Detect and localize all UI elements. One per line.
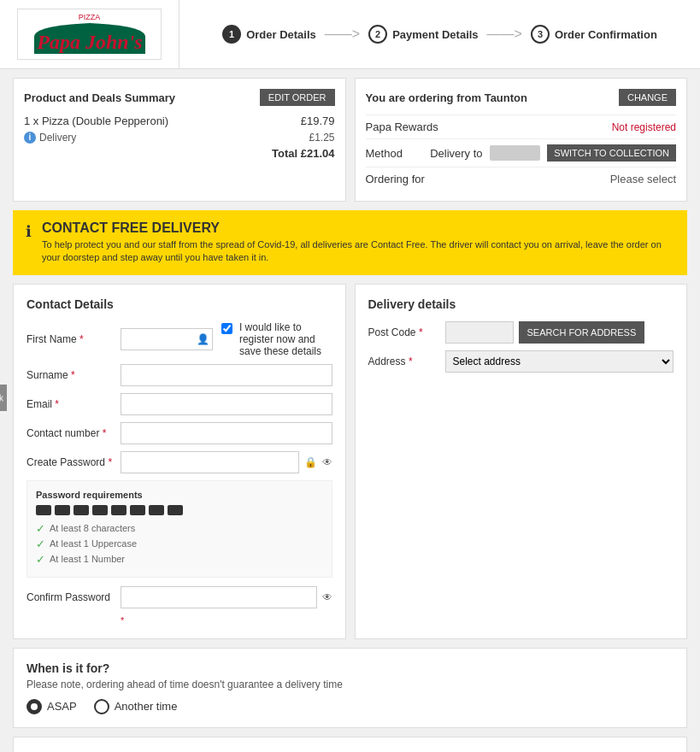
order-item: 1 x Pizza (Double Pepperoni) £19.79 bbox=[24, 115, 335, 127]
confirm-password-required: * bbox=[121, 615, 332, 626]
password-strength-indicator bbox=[36, 505, 323, 515]
register-checkbox-wrapper: I would like to register now and save th… bbox=[221, 321, 332, 357]
step-3: 3 Order Confirmation bbox=[531, 25, 657, 44]
postcode-input[interactable] bbox=[445, 321, 514, 344]
postcode-label: Post Code * bbox=[368, 326, 445, 338]
pwd-block-7 bbox=[149, 505, 164, 515]
logo-pizza-text: PIZZA bbox=[26, 13, 154, 21]
contact-details-title: Contact Details bbox=[26, 297, 332, 311]
email-input[interactable] bbox=[121, 393, 332, 415]
step-3-circle: 3 bbox=[531, 25, 550, 44]
pwd-block-3 bbox=[74, 505, 89, 515]
papa-rewards-row: Papa Rewards Not registered bbox=[366, 115, 677, 138]
asap-option[interactable]: ASAP bbox=[26, 699, 77, 714]
delivery-details-panel: Delivery details Post Code * SEARCH FOR … bbox=[355, 284, 688, 639]
surname-input[interactable] bbox=[121, 364, 332, 386]
pwd-block-2 bbox=[55, 505, 70, 515]
when-note: Please note, ordering ahead of time does… bbox=[26, 679, 674, 690]
first-name-label: First Name * bbox=[26, 333, 121, 345]
contact-free-banner: ℹ CONTACT FREE DELIVERY To help protect … bbox=[13, 210, 687, 275]
confirm-password-row: Confirm Password 👁 bbox=[26, 586, 332, 608]
address-row: Address * Select address bbox=[368, 350, 674, 373]
delivery-details-title: Delivery details bbox=[368, 297, 674, 311]
switch-to-collection-button[interactable]: SWITCH TO COLLECTION bbox=[547, 144, 676, 162]
step-arrow-1: ——> bbox=[325, 26, 360, 42]
steps-bar: 1 Order Details ——> 2 Payment Details ——… bbox=[179, 12, 700, 56]
postcode-row: Post Code * SEARCH FOR ADDRESS bbox=[368, 321, 674, 344]
step-2-circle: 2 bbox=[368, 25, 387, 44]
papa-johns-logo: PIZZA Papa John's bbox=[26, 13, 154, 56]
contact-number-label: Contact number * bbox=[26, 427, 121, 439]
password-input[interactable] bbox=[121, 451, 299, 473]
ordering-from: You are ordering from Taunton CHANGE Pap… bbox=[355, 78, 688, 202]
change-button[interactable]: CHANGE bbox=[619, 89, 676, 106]
check-icon-2: ✓ bbox=[36, 538, 45, 550]
info-circle-icon: ℹ bbox=[26, 222, 32, 241]
when-section: When is it for? Please note, ordering ah… bbox=[13, 648, 687, 728]
contact-free-content: CONTACT FREE DELIVERY To help protect yo… bbox=[42, 220, 674, 265]
address-select[interactable]: Select address bbox=[445, 350, 674, 373]
register-checkbox[interactable] bbox=[221, 323, 232, 334]
asap-radio-dot bbox=[31, 703, 38, 710]
pwd-req-2: ✓ At least 1 Uppercase bbox=[36, 538, 323, 550]
when-title: When is it for? bbox=[26, 661, 674, 675]
password-input-wrapper: 🔒 👁 bbox=[121, 451, 332, 473]
first-name-row: First Name * 👤 I would like to register … bbox=[26, 321, 332, 357]
svg-text:Papa John's: Papa John's bbox=[36, 31, 142, 53]
edit-order-button[interactable]: EDIT ORDER bbox=[260, 89, 335, 106]
time-options-row: ASAP Another time bbox=[26, 699, 674, 714]
step-2-label: Payment Details bbox=[392, 28, 478, 41]
logo-box: PIZZA Papa John's bbox=[17, 9, 162, 60]
pwd-block-8 bbox=[168, 505, 183, 515]
info-icon: i bbox=[24, 132, 36, 144]
pwd-block-6 bbox=[130, 505, 145, 515]
surname-label: Surname * bbox=[26, 369, 121, 381]
feedback-tab[interactable]: Feedback bbox=[0, 385, 7, 411]
ordering-for-row: Ordering for Please select bbox=[366, 167, 677, 191]
email-label: Email * bbox=[26, 398, 121, 410]
contact-free-title: CONTACT FREE DELIVERY bbox=[42, 220, 674, 236]
method-row: Method Delivery to ▓▓▓▓▓ SWITCH TO COLLE… bbox=[366, 138, 677, 167]
pwd-req-1: ✓ At least 8 characters bbox=[36, 522, 323, 535]
surname-row: Surname * bbox=[26, 364, 332, 386]
ordering-from-header: You are ordering from Taunton CHANGE bbox=[366, 89, 677, 106]
marketing-section: After you place your order, you will be … bbox=[13, 737, 687, 752]
step-3-label: Order Confirmation bbox=[555, 28, 657, 41]
logo-svg: Papa John's bbox=[26, 21, 154, 54]
step-1-circle: 1 bbox=[222, 25, 241, 44]
another-time-radio bbox=[94, 699, 109, 714]
confirm-password-input[interactable] bbox=[121, 586, 317, 608]
ordering-from-title: You are ordering from Taunton bbox=[366, 91, 527, 104]
show-password-icon[interactable]: 👁 bbox=[322, 456, 332, 468]
step-arrow-2: ——> bbox=[487, 26, 522, 42]
search-address-button[interactable]: SEARCH FOR ADDRESS bbox=[519, 321, 645, 344]
total-row: Total £21.04 bbox=[24, 147, 335, 160]
show-confirm-password-icon[interactable]: 👁 bbox=[322, 591, 332, 603]
ordering-for-value: Please select bbox=[610, 173, 676, 185]
step-1: 1 Order Details bbox=[222, 25, 316, 44]
method-right: Delivery to ▓▓▓▓▓ SWITCH TO COLLECTION bbox=[430, 144, 676, 162]
password-requirements-panel: Password requirements ✓ At least 8 chara… bbox=[26, 480, 332, 578]
header: PIZZA Papa John's 1 Order Details ——> 2 … bbox=[0, 0, 700, 69]
register-label: I would like to register now and save th… bbox=[239, 321, 332, 357]
password-label: Create Password * bbox=[26, 456, 121, 468]
first-name-input-wrapper: 👤 bbox=[121, 328, 213, 350]
pwd-block-4 bbox=[92, 505, 108, 515]
person-icon: 👤 bbox=[197, 333, 209, 345]
logo-area: PIZZA Papa John's bbox=[0, 0, 179, 68]
another-time-option[interactable]: Another time bbox=[94, 699, 178, 714]
email-row: Email * bbox=[26, 393, 332, 415]
blurred-address: ▓▓▓▓▓ bbox=[490, 145, 541, 161]
delivery-row: i Delivery £1.25 bbox=[24, 132, 335, 144]
address-label: Address * bbox=[368, 355, 445, 367]
confirm-password-label: Confirm Password bbox=[26, 591, 121, 603]
contact-number-row: Contact number * bbox=[26, 422, 332, 444]
contact-number-input[interactable] bbox=[121, 422, 332, 444]
contact-free-description: To help protect you and our staff from t… bbox=[42, 238, 674, 265]
main-content: Product and Deals Summary EDIT ORDER 1 x… bbox=[0, 69, 700, 752]
contact-details-panel: Contact Details First Name * 👤 I would l… bbox=[13, 284, 346, 639]
not-registered-badge: Not registered bbox=[612, 121, 676, 133]
lock-icon: 🔒 bbox=[304, 456, 317, 468]
product-summary-title: Product and Deals Summary EDIT ORDER bbox=[24, 89, 335, 106]
summary-row: Product and Deals Summary EDIT ORDER 1 x… bbox=[13, 78, 687, 202]
